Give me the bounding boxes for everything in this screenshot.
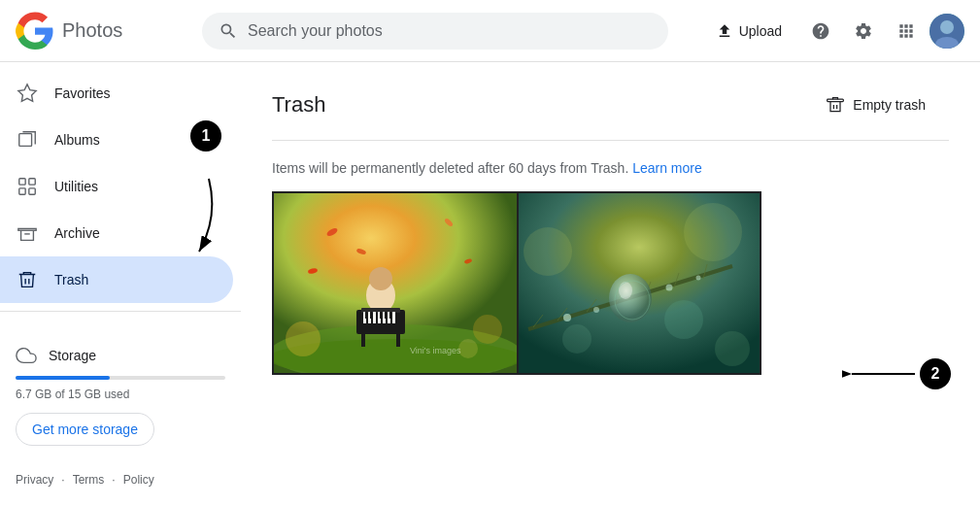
albums-label: Albums [54,132,100,148]
svg-rect-4 [19,134,32,147]
help-button[interactable] [801,12,840,51]
sidebar-item-trash[interactable]: Trash [0,256,233,303]
page-title: Trash [272,92,325,118]
svg-point-43 [524,227,572,276]
empty-trash-label: Empty trash [853,97,926,113]
annotation-2: 2 [920,358,951,389]
favorites-label: Favorites [54,85,111,101]
privacy-link[interactable]: Privacy [16,473,53,487]
main-layout: Favorites Albums Utilities [0,62,980,506]
svg-point-47 [715,331,750,366]
photo-item-2[interactable] [519,193,760,373]
svg-text:Vini's images: Vini's images [410,346,461,355]
terms-link[interactable]: Terms [73,473,105,487]
svg-point-45 [664,300,703,339]
photo-1-bg: Vini's images [274,193,517,373]
utilities-icon [16,175,39,198]
album-icon [16,128,39,152]
photo-1-svg: Vini's images [274,193,517,373]
info-text-content: Items will be permanently deleted after … [272,160,628,176]
svg-rect-6 [29,179,35,185]
apps-icon [896,21,916,41]
apps-button[interactable] [887,12,926,51]
photo-2-svg [519,193,760,373]
star-icon [16,82,39,105]
settings-icon [854,21,873,41]
trash-icon [16,268,39,291]
upload-button[interactable]: Upload [700,15,797,48]
app-header: Photos Upload [0,0,980,62]
google-logo-icon [16,12,54,51]
svg-point-46 [562,324,591,354]
svg-rect-5 [19,179,25,185]
archive-label: Archive [54,225,100,241]
svg-point-38 [286,321,321,356]
svg-point-1 [940,20,954,34]
svg-rect-35 [389,312,391,319]
empty-trash-button[interactable]: Empty trash [802,85,949,124]
svg-marker-3 [18,84,36,101]
svg-rect-36 [361,332,365,347]
svg-point-44 [684,203,742,261]
avatar-icon [929,14,964,49]
svg-rect-9 [18,228,36,230]
empty-trash-icon [826,95,845,115]
help-icon [811,21,830,41]
svg-point-21 [369,267,392,290]
footer-links: Privacy · Terms · Policy [0,461,241,498]
logo-area: Photos [16,12,190,51]
photos-container: Vini's images [272,191,761,375]
archive-icon [16,221,39,245]
svg-rect-32 [370,312,372,319]
trash-label: Trash [54,272,88,287]
svg-rect-8 [29,188,35,194]
cloud-icon [16,345,37,366]
search-input[interactable] [248,22,652,40]
upload-icon [716,22,733,40]
content-area: Trash Empty trash Items will be permanen… [241,62,980,506]
svg-point-40 [458,339,478,358]
get-more-storage-button[interactable]: Get more storage [16,413,154,446]
svg-rect-7 [19,188,25,194]
annotation-2-container: 2 [842,358,951,389]
storage-label: Storage [49,348,96,363]
storage-bar-fill [16,376,110,380]
header-actions: Upload [700,12,964,51]
content-divider [272,140,949,141]
sidebar-item-archive[interactable]: Archive [0,210,233,256]
upload-label: Upload [739,23,782,39]
svg-point-62 [696,276,701,281]
svg-point-59 [563,314,571,321]
svg-point-39 [473,315,502,344]
svg-point-57 [619,282,632,299]
storage-header: Storage [16,345,225,366]
logo-text: Photos [62,19,122,42]
info-text: Items will be permanently deleted after … [272,160,949,176]
annotation-1: 1 [190,120,221,152]
avatar[interactable] [929,14,964,49]
search-bar[interactable] [202,13,668,50]
storage-used-text: 6.7 GB of 15 GB used [16,388,225,401]
sidebar-item-favorites[interactable]: Favorites [0,70,233,117]
svg-point-61 [666,285,673,291]
learn-more-link[interactable]: Learn more [632,160,702,176]
storage-bar-bg [16,376,225,380]
search-icon [219,21,238,41]
utilities-label: Utilities [54,179,98,194]
content-header: Trash Empty trash [272,85,949,124]
svg-rect-33 [380,312,382,319]
svg-rect-31 [365,312,367,319]
photo-item-1[interactable]: Vini's images [274,193,517,373]
settings-button[interactable] [844,12,883,51]
sidebar: Favorites Albums Utilities [0,62,241,506]
policy-link[interactable]: Policy [123,473,154,487]
svg-rect-11 [828,99,844,102]
sidebar-divider [0,311,241,312]
svg-point-60 [593,307,599,313]
svg-rect-30 [392,312,395,323]
sidebar-item-utilities[interactable]: Utilities [0,163,233,210]
storage-section: Storage 6.7 GB of 15 GB used Get more st… [0,329,241,461]
svg-rect-37 [396,332,400,347]
svg-rect-34 [385,312,387,319]
svg-rect-26 [373,312,376,323]
